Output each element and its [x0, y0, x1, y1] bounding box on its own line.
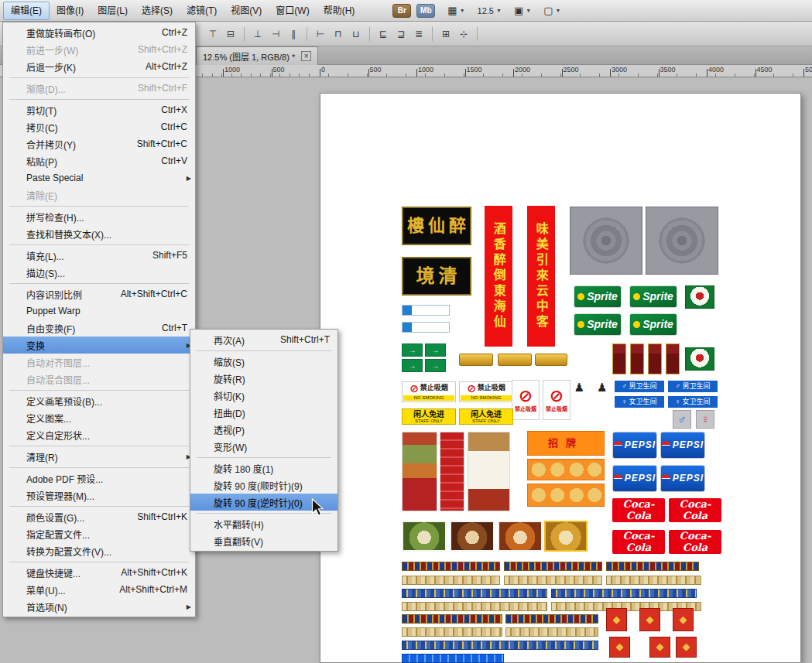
edit-menu-item-purge[interactable]: 清理(R)▶: [3, 448, 195, 465]
document-tab[interactable]: 12.5% (图层 1, RGB/8) * ×: [196, 46, 318, 65]
edit-menu-item-paste-special[interactable]: Paste Special▶: [3, 169, 195, 186]
edit-menu-item-fill[interactable]: 填充(L)...Shift+F5: [3, 247, 195, 264]
transform-submenu-separator: [197, 457, 331, 458]
edit-menu-item-cut[interactable]: 剪切(T)Ctrl+X: [3, 101, 195, 118]
green-label-1: [685, 285, 714, 309]
screen-mode-button[interactable]: ▢ ▼: [543, 5, 560, 15]
transform-submenu-item-rotate-90-ccw[interactable]: 旋转 90 度(逆时针)(0): [190, 494, 337, 511]
menubar-item-window[interactable]: 窗口(W): [269, 2, 316, 20]
align-bottom-edges-icon[interactable]: ⊥: [250, 27, 266, 41]
dragon-medallion-2: [646, 207, 718, 275]
transform-submenu-item-rotate[interactable]: 旋转(R): [190, 370, 337, 387]
edit-menu-item-redo[interactable]: 重做旋转画布(O)Ctrl+Z: [3, 24, 195, 41]
edit-menu-item-step-forward[interactable]: 前进一步(W)Shift+Ctrl+Z: [3, 41, 195, 58]
transform-submenu-item-flip-horizontal[interactable]: 水平翻转(H): [190, 515, 337, 532]
distribute-left-edges-icon[interactable]: ⊒: [393, 27, 409, 41]
transform-submenu-item-again[interactable]: 再次(A)Shift+Ctrl+T: [190, 331, 337, 348]
menubar-item-select[interactable]: 选择(S): [135, 2, 180, 20]
tab-close-button[interactable]: ×: [301, 51, 311, 61]
edit-menu-item-puppet-warp[interactable]: Puppet Warp: [3, 302, 195, 320]
view-extras-button[interactable]: ▦ ▼: [447, 5, 464, 15]
menubar-item-view[interactable]: 视图(V): [224, 2, 269, 20]
chevron-down-icon: ▼: [526, 8, 531, 13]
border-strip-2: [504, 562, 602, 571]
align-right-edges-icon[interactable]: ⊢: [313, 27, 328, 41]
sign-louxianzui: 樓仙醉: [402, 207, 471, 245]
transform-submenu-item-rotate-180[interactable]: 旋转 180 度(1): [190, 460, 337, 477]
edit-menu-item-convert-to-profile[interactable]: 转换为配置文件(V)...: [3, 542, 195, 559]
pepsi-logo-1: PEPSI: [612, 432, 657, 459]
edit-menu-items: 重做旋转画布(O)Ctrl+Z前进一步(W)Shift+Ctrl+Z后退一步(K…: [3, 24, 195, 615]
edit-menu-item-copy[interactable]: 拷贝(C)Ctrl+C: [3, 118, 195, 135]
distribute-horizontal-centers-icon[interactable]: ≣: [411, 27, 427, 41]
edit-menu-item-content-aware-scale[interactable]: 内容识别比例Alt+Shift+Ctrl+C: [3, 285, 195, 302]
align-left-edges-icon[interactable]: ⊣: [268, 27, 283, 41]
launch-mini-bridge-button[interactable]: Mb: [416, 4, 435, 18]
ruler-label: 1000: [224, 66, 240, 73]
ruler-label: 500: [273, 66, 285, 73]
edit-menu-item-preferences[interactable]: 首选项(N)▶: [3, 598, 195, 615]
edit-menu-item-find-replace[interactable]: 查找和替换文本(X)...: [3, 225, 195, 242]
distribute-bottom-edges-icon[interactable]: ⊑: [375, 27, 391, 41]
zoom-level-control[interactable]: 12.5 ▼: [478, 6, 502, 15]
transform-submenu-item-flip-vertical[interactable]: 垂直翻转(V): [190, 532, 337, 549]
distribute-top-edges-icon[interactable]: ⊓: [331, 27, 346, 41]
pepsi-logo-2: PEPSI: [660, 432, 705, 459]
transform-submenu: 再次(A)Shift+Ctrl+T缩放(S)旋转(R)斜切(K)扭曲(D)透视(…: [190, 329, 338, 552]
orange-banner-mooncake-1: [527, 459, 605, 480]
edit-menu-item-step-backward[interactable]: 后退一步(K)Alt+Ctrl+Z: [3, 58, 195, 75]
edit-menu-item-define-brush-preset[interactable]: 定义画笔预设(B)...: [3, 392, 195, 409]
edit-menu-separator: [9, 206, 189, 207]
menu-poster-3: [468, 432, 510, 511]
transform-submenu-item-distort[interactable]: 扭曲(D): [190, 404, 337, 421]
menubar-item-edit[interactable]: 编辑(E): [3, 2, 50, 20]
menubar-item-image[interactable]: 图像(I): [50, 2, 91, 20]
border-strip-11: [402, 614, 502, 624]
transform-submenu-item-rotate-90-cw[interactable]: 旋转 90 度(顺时针)(9): [190, 477, 337, 494]
auto-align-layers-icon[interactable]: ⊞: [438, 27, 454, 41]
edit-menu-item-assign-profile[interactable]: 指定配置文件...: [3, 525, 195, 542]
edit-menu-item-fade[interactable]: 渐隐(D)...Shift+Ctrl+F: [3, 80, 195, 97]
transform-submenu-item-perspective[interactable]: 透视(P): [190, 421, 337, 438]
transform-submenu-item-scale[interactable]: 缩放(S): [190, 353, 337, 370]
border-strip-15: [402, 641, 598, 650]
edit-menu-item-check-spelling[interactable]: 拼写检查(H)...: [3, 208, 195, 225]
document-canvas[interactable]: 樓仙醉酒香醉倒東海仙味美引來云中客境清SpriteSpriteSpriteSpr…: [320, 93, 801, 663]
options-group: ⊤⊟: [200, 27, 245, 41]
edit-menu-item-clear[interactable]: 清除(E): [3, 186, 195, 203]
menubar-item-help[interactable]: 帮助(H): [317, 2, 362, 20]
ruler-tick: [416, 69, 417, 77]
transform-submenu-item-skew[interactable]: 斜切(K): [190, 387, 337, 404]
mens-room-sign-1: ♂ 男卫生间: [615, 381, 664, 392]
menubar-item-layer[interactable]: 图层(L): [91, 2, 135, 20]
3d-axis-icon[interactable]: ⊹: [456, 27, 471, 41]
menubar-item-filter[interactable]: 滤镜(T): [180, 2, 224, 20]
align-vertical-centers-icon[interactable]: ⊟: [223, 27, 238, 41]
edit-menu-item-free-transform[interactable]: 自由变换(F)Ctrl+T: [3, 320, 195, 337]
align-horizontal-centers-icon[interactable]: ∥: [286, 27, 301, 41]
ruler-label: 0: [321, 66, 325, 73]
border-strip-4: [402, 576, 500, 585]
edit-menu-item-keyboard-shortcuts[interactable]: 键盘快捷键...Alt+Shift+Ctrl+K: [3, 564, 195, 581]
sprite-logo-1: Sprite: [574, 285, 622, 308]
edit-menu-item-copy-merged[interactable]: 合并拷贝(Y)Shift+Ctrl+C: [3, 135, 195, 152]
align-top-edges-icon[interactable]: ⊤: [205, 27, 221, 41]
edit-menu-item-menus[interactable]: 菜单(U)...Alt+Shift+Ctrl+M: [3, 581, 195, 598]
launch-bridge-button[interactable]: Br: [392, 4, 411, 18]
arrange-documents-button[interactable]: ▣ ▼: [514, 5, 531, 15]
transform-submenu-item-warp[interactable]: 变形(W): [190, 438, 337, 455]
edit-menu-item-preset-manager[interactable]: 预设管理器(M)...: [3, 487, 195, 504]
wine-label-1: [612, 343, 626, 374]
ruler-label: 4500: [757, 66, 773, 73]
edit-menu-item-auto-blend-layers[interactable]: 自动混合图层...: [3, 371, 195, 388]
edit-menu-item-auto-align-layers[interactable]: 自动对齐图层...: [3, 354, 195, 371]
edit-menu-item-color-settings[interactable]: 颜色设置(G)...Shift+Ctrl+K: [3, 508, 195, 525]
vertical-banner-weimei: 味美引來云中客: [527, 206, 555, 347]
edit-menu-item-define-pattern[interactable]: 定义图案...: [3, 409, 195, 426]
edit-menu-item-adobe-pdf-presets[interactable]: Adobe PDF 预设...: [3, 470, 195, 487]
edit-menu-item-transform[interactable]: 变换▶: [3, 337, 195, 354]
edit-menu-item-stroke[interactable]: 描边(S)...: [3, 264, 195, 281]
distribute-vertical-centers-icon[interactable]: ⊔: [348, 27, 364, 41]
edit-menu-item-paste[interactable]: 粘贴(P)Ctrl+V: [3, 152, 195, 169]
edit-menu-item-define-custom-shape[interactable]: 定义自定形状...: [3, 426, 195, 443]
